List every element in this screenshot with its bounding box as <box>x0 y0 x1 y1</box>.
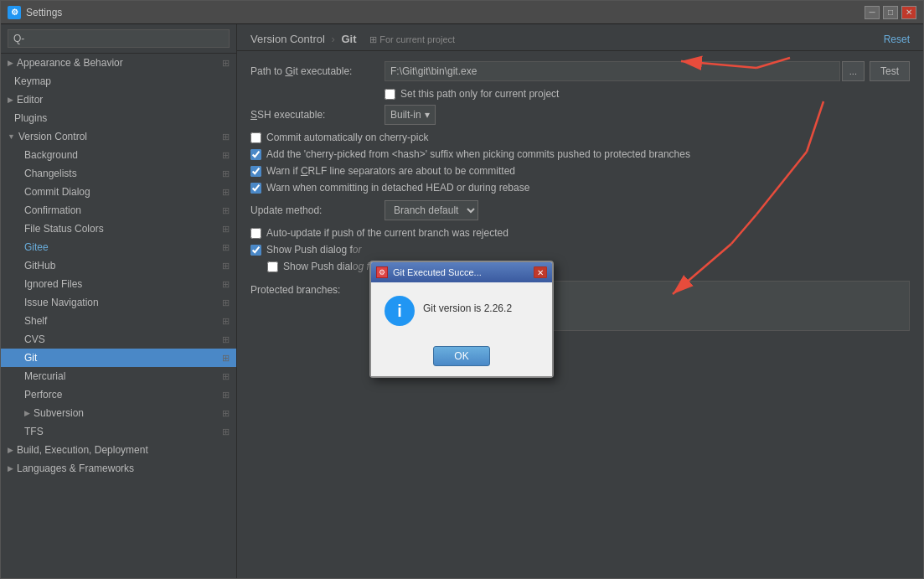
ok-button[interactable]: OK <box>433 346 489 366</box>
dialog-close-button[interactable]: ✕ <box>534 266 547 278</box>
cherry-pick-checkbox[interactable] <box>250 132 261 143</box>
sidebar-item-file-status-colors[interactable]: File Status Colors ⊞ <box>1 220 236 238</box>
sidebar-item-appearance[interactable]: Appearance & Behavior ⊞ <box>1 54 236 72</box>
module-icon2: ⊞ <box>222 168 230 179</box>
sidebar-item-ignored-files[interactable]: Ignored Files ⊞ <box>1 275 236 293</box>
reset-link[interactable]: Reset <box>884 34 910 45</box>
dialog-icon-small: ⚙ <box>376 266 388 278</box>
info-icon: i <box>385 296 415 326</box>
sidebar-item-mercurial[interactable]: Mercurial ⊞ <box>1 367 236 385</box>
dialog-message: Git version is 2.26.2 <box>423 296 512 314</box>
sidebar-item-version-control[interactable]: Version Control ⊞ <box>1 127 236 146</box>
sidebar-item-plugins[interactable]: Plugins <box>1 109 236 127</box>
ssh-label: SSH executable: <box>250 109 385 121</box>
sidebar-item-subversion[interactable]: Subversion ⊞ <box>1 404 236 422</box>
update-method-select[interactable]: Branch default <box>385 200 478 220</box>
sidebar-item-cvs[interactable]: CVS ⊞ <box>1 330 236 349</box>
crlf-row: Warn if CRLF line separators are about t… <box>250 165 910 177</box>
sidebar-item-label: Build, Execution, Deployment <box>17 444 148 456</box>
maximize-button[interactable]: □ <box>883 6 898 19</box>
sidebar-item-label: Background <box>24 149 78 161</box>
auto-update-checkbox[interactable] <box>250 228 261 239</box>
show-push2-checkbox[interactable] <box>267 261 278 272</box>
set-path-checkbox[interactable] <box>385 89 395 100</box>
sidebar-item-label: Commit Dialog <box>24 186 90 198</box>
content-body: Path to Git executable: ... Test Set thi… <box>237 51 923 578</box>
sidebar-item-commit-dialog[interactable]: Commit Dialog ⊞ <box>1 183 236 201</box>
sidebar-item-label: Changelists <box>24 168 77 179</box>
module-icon13: ⊞ <box>222 371 230 382</box>
sidebar-item-label: Version Control <box>18 131 87 142</box>
sidebar-item-label: Editor <box>17 94 43 106</box>
module-icon11: ⊞ <box>222 334 230 345</box>
show-push-dialog2-row: Show Push dialog for protected ed branch… <box>250 261 910 272</box>
module-icon8: ⊞ <box>222 279 230 290</box>
sidebar-item-label: Issue Navigation <box>24 297 99 308</box>
copy-icon: ⊞ <box>222 58 230 69</box>
detached-row: Warn when committing in detached HEAD or… <box>250 182 910 194</box>
crlf-label: Warn if CRLF line separators are about t… <box>266 165 515 177</box>
sidebar-item-label: Shelf <box>24 315 47 327</box>
sidebar-item-editor[interactable]: Editor <box>1 90 236 109</box>
sidebar: Appearance & Behavior ⊞ Keymap Editor Pl… <box>1 24 237 578</box>
browse-button[interactable]: ... <box>842 61 865 81</box>
git-path-input[interactable] <box>385 61 840 81</box>
module-icon14: ⊞ <box>222 390 230 401</box>
update-method-label: Update method: <box>250 204 385 216</box>
search-bar <box>1 24 236 54</box>
ssh-select[interactable]: Built-in ▾ <box>385 105 436 125</box>
cherry-suffix-label: Add the 'cherry-picked from <hash>' suff… <box>266 148 690 160</box>
chevron-down-icon: ▾ <box>425 109 430 121</box>
auto-update-row: Auto-update if push of the current branc… <box>250 227 910 239</box>
sidebar-item-git[interactable]: Git ⊞ <box>1 349 236 367</box>
show-push-checkbox[interactable] <box>250 245 261 256</box>
sidebar-item-issue-navigation[interactable]: Issue Navigation ⊞ <box>1 293 236 312</box>
git-path-label-text: Path to Git executable: <box>250 65 352 77</box>
sidebar-item-perforce[interactable]: Perforce ⊞ <box>1 385 236 404</box>
detached-checkbox[interactable] <box>250 183 261 194</box>
copy-icon2: ⊞ <box>222 132 230 142</box>
sidebar-item-label: GitHub <box>24 260 55 271</box>
test-button[interactable]: Test <box>870 61 910 81</box>
sidebar-item-background[interactable]: Background ⊞ <box>1 146 236 164</box>
sidebar-item-gitee[interactable]: Gitee ⊞ <box>1 238 236 256</box>
git-success-dialog: ⚙ Git Executed Succe... ✕ i Git version … <box>369 261 554 378</box>
breadcrumb-parent: Version Control <box>250 33 325 45</box>
show-push-dialog-row: Show Push dialog for <box>250 244 910 256</box>
sidebar-item-label: CVS <box>24 333 45 345</box>
sidebar-item-keymap[interactable]: Keymap <box>1 72 236 90</box>
sidebar-item-build[interactable]: Build, Execution, Deployment <box>1 441 236 459</box>
sidebar-item-changelists[interactable]: Changelists ⊞ <box>1 164 236 183</box>
update-method-row: Update method: Branch default <box>250 200 910 220</box>
cherry-pick-label: Commit automatically on cherry-pick <box>266 132 428 143</box>
module-icon: ⊞ <box>222 150 230 161</box>
dialog-body: i Git version is 2.26.2 <box>371 282 552 339</box>
module-icon16: ⊞ <box>222 426 230 437</box>
sidebar-item-languages[interactable]: Languages & Frameworks <box>1 459 236 478</box>
search-input[interactable] <box>8 29 230 48</box>
close-button[interactable]: ✕ <box>901 6 916 19</box>
sidebar-item-label: Git <box>24 352 37 364</box>
module-icon3: ⊞ <box>222 187 230 198</box>
module-icon7: ⊞ <box>222 261 230 271</box>
crlf-checkbox[interactable] <box>250 166 261 177</box>
cherry-suffix-row: Add the 'cherry-picked from <hash>' suff… <box>250 148 910 160</box>
app-icon: ⚙ <box>8 6 21 19</box>
info-icon-text: i <box>397 302 402 321</box>
module-icon10: ⊞ <box>222 316 230 327</box>
module-icon4: ⊞ <box>222 205 230 216</box>
protected-branches-row: Protected branches: <box>250 281 910 331</box>
sidebar-item-label: Perforce <box>24 389 62 401</box>
minimize-button[interactable]: ─ <box>865 6 880 19</box>
sidebar-item-github[interactable]: GitHub ⊞ <box>1 256 236 275</box>
cherry-suffix-checkbox[interactable] <box>250 149 261 160</box>
sidebar-item-confirmation[interactable]: Confirmation ⊞ <box>1 201 236 220</box>
breadcrumb-separator: › <box>332 33 338 45</box>
sidebar-item-tfs[interactable]: TFS ⊞ <box>1 422 236 441</box>
sidebar-item-label: Keymap <box>14 75 51 87</box>
ssh-row: SSH executable: Built-in ▾ <box>250 105 910 125</box>
window-controls: ─ □ ✕ <box>865 6 916 19</box>
sidebar-item-shelf[interactable]: Shelf ⊞ <box>1 312 236 330</box>
sidebar-item-label: TFS <box>24 426 44 437</box>
sidebar-item-label: Subversion <box>34 407 84 419</box>
